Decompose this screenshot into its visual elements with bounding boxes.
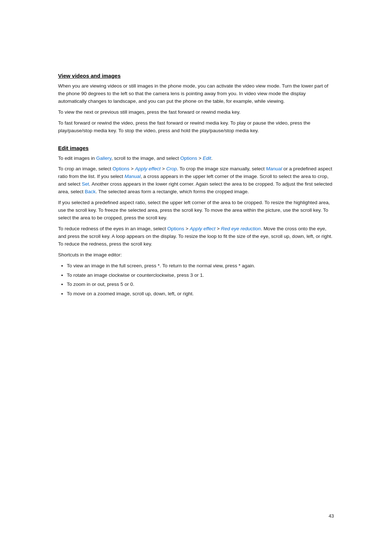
paragraph-view-3: To fast forward or rewind the video, pre… <box>58 119 334 135</box>
paragraph-view-1: When you are viewing videos or still ima… <box>58 82 334 105</box>
paragraph-edit-4: To reduce redness of the eyes in an imag… <box>58 225 334 248</box>
link-back[interactable]: Back <box>85 189 96 194</box>
section-view-videos: View videos and images When you are view… <box>58 73 334 135</box>
link-gallery[interactable]: Gallery <box>96 155 111 161</box>
link-options-2[interactable]: Options <box>113 166 130 171</box>
page-container: View videos and images When you are view… <box>0 0 392 555</box>
bullet-item-2: To rotate an image clockwise or counterc… <box>67 272 334 279</box>
bullet-item-4: To move on a zoomed image, scroll up, do… <box>67 290 334 298</box>
paragraph-edit-2: To crop an image, select Options > Apply… <box>58 165 334 196</box>
section-title-edit-images: Edit images <box>58 145 334 151</box>
link-options-3[interactable]: Options <box>167 226 184 231</box>
section-title-view-videos: View videos and images <box>58 73 334 79</box>
link-options-1[interactable]: Options <box>180 155 197 161</box>
paragraph-shortcuts-label: Shortcuts in the image editor: <box>58 251 334 259</box>
bullet-item-3: To zoom in or out, press 5 or 0. <box>67 281 334 288</box>
link-red-eye-reduction[interactable]: Red eye reduction <box>221 226 261 231</box>
bullet-list: To view an image in the full screen, pre… <box>67 262 334 298</box>
link-manual-2[interactable]: Manual <box>124 174 140 179</box>
paragraph-view-2: To view the next or previous still image… <box>58 109 334 116</box>
link-apply-effect-1[interactable]: Apply effect <box>135 166 161 171</box>
link-manual-1[interactable]: Manual <box>266 166 282 171</box>
page-number: 43 <box>329 513 334 519</box>
bullet-item-1: To view an image in the full screen, pre… <box>67 262 334 270</box>
paragraph-edit-3: If you selected a predefined aspect rati… <box>58 199 334 222</box>
link-apply-effect-2[interactable]: Apply effect <box>190 226 216 231</box>
link-edit[interactable]: Edit <box>203 155 211 161</box>
section-edit-images: Edit images To edit images in Gallery, s… <box>58 145 334 298</box>
link-crop[interactable]: Crop <box>166 166 177 171</box>
paragraph-edit-1: To edit images in Gallery, scroll to the… <box>58 155 334 162</box>
link-set[interactable]: Set <box>82 181 89 187</box>
